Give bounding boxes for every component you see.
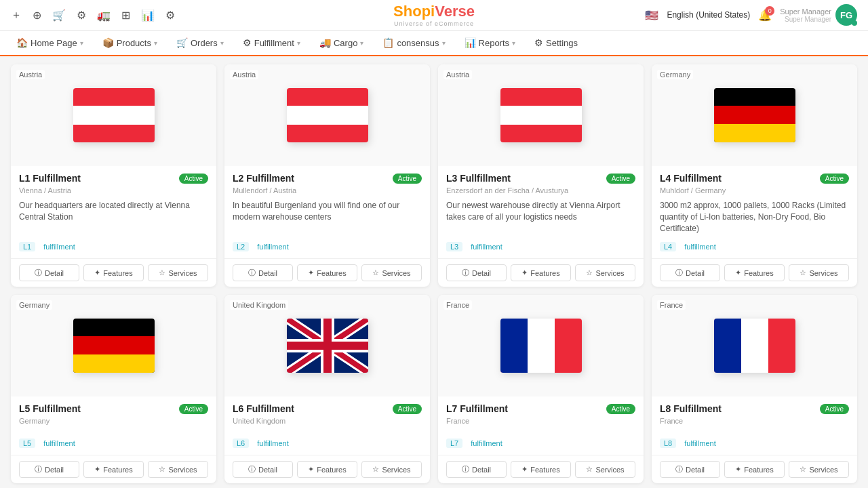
services-button[interactable]: ☆ Services: [789, 264, 849, 281]
card-flag-area: Austria: [224, 64, 430, 166]
add-icon[interactable]: ＋: [11, 8, 22, 22]
detail-button[interactable]: ⓘ Detail: [446, 461, 507, 478]
cart-icon[interactable]: 🛒: [52, 9, 66, 22]
tag-level[interactable]: L3: [446, 242, 462, 251]
nav-settings-label: Settings: [546, 38, 578, 48]
detail-icon: ⓘ: [248, 268, 256, 278]
features-button[interactable]: ✦ Features: [83, 461, 144, 478]
user-role: Super Manager: [785, 16, 831, 23]
nav-home-label: Home Page: [31, 38, 77, 48]
tag-level[interactable]: L7: [446, 439, 462, 448]
features-button[interactable]: ✦ Features: [724, 264, 785, 281]
star-icon: ☆: [159, 268, 165, 277]
card-title: L1 Fulfillment: [19, 173, 81, 184]
detail-button[interactable]: ⓘ Detail: [233, 264, 293, 281]
detail-icon: ⓘ: [35, 268, 42, 278]
services-button[interactable]: ☆ Services: [148, 461, 208, 478]
svg-rect-8: [714, 124, 795, 142]
card-title: L2 Fulfillment: [233, 173, 294, 184]
card-tags: L8 fulfillment: [660, 439, 849, 448]
nav-consensus[interactable]: 📋 consensus ▾: [374, 30, 453, 55]
card-description: Our newest warehouse directly at Vienna …: [446, 200, 635, 234]
card-flag-area: Germany: [652, 64, 857, 166]
detail-button[interactable]: ⓘ Detail: [660, 461, 720, 478]
tag-level[interactable]: L8: [660, 439, 676, 448]
card-title: L8 Fulfillment: [660, 403, 722, 414]
tag-category[interactable]: fulfillment: [680, 439, 719, 448]
detail-button[interactable]: ⓘ Detail: [233, 461, 293, 478]
card-actions: ⓘ Detail ✦ Features ☆ Services: [11, 455, 216, 483]
grid-icon[interactable]: ⊞: [121, 9, 130, 22]
star-icon: ☆: [372, 465, 379, 474]
services-button[interactable]: ☆ Services: [148, 264, 208, 281]
tag-category[interactable]: fulfillment: [39, 242, 79, 251]
card-title: L6 Fulfillment: [233, 403, 294, 414]
chevron-down-icon: ▾: [80, 39, 83, 47]
tag-level[interactable]: L5: [19, 439, 35, 448]
features-button[interactable]: ✦ Features: [511, 461, 571, 478]
services-button[interactable]: ☆ Services: [361, 264, 422, 281]
tag-category[interactable]: fulfillment: [39, 439, 79, 448]
nav-home[interactable]: 🏠 Home Page ▾: [8, 30, 92, 55]
card-location: France: [660, 417, 849, 425]
chevron-down-icon: ▾: [297, 39, 300, 47]
nav-reports[interactable]: 📊 Reports ▾: [456, 30, 524, 55]
chevron-down-icon: ▾: [512, 39, 515, 47]
services-button[interactable]: ☆ Services: [575, 461, 635, 478]
card-l8: France L8 Fulfillment Active France L8 f…: [652, 295, 857, 483]
features-button[interactable]: ✦ Features: [83, 264, 144, 281]
features-button[interactable]: ✦ Features: [297, 264, 357, 281]
card-flag-area: France: [438, 295, 644, 396]
nav-settings[interactable]: ⚙ Settings: [526, 30, 586, 55]
features-icon: ✦: [94, 268, 100, 277]
nav-fulfillment[interactable]: ⚙ Fulfillment ▾: [235, 30, 309, 55]
card-title-row: L8 Fulfillment Active: [660, 403, 849, 414]
features-button[interactable]: ✦ Features: [724, 461, 785, 478]
services-button[interactable]: ☆ Services: [575, 264, 635, 281]
nav-products[interactable]: 📦 Products ▾: [94, 30, 165, 55]
features-button[interactable]: ✦ Features: [297, 461, 357, 478]
settings-icon[interactable]: ⚙: [165, 9, 175, 22]
detail-button[interactable]: ⓘ Detail: [446, 264, 507, 281]
svg-rect-3: [287, 106, 368, 125]
card-tags: L1 fulfillment: [19, 242, 208, 251]
truck-icon[interactable]: 🚛: [97, 9, 111, 22]
services-button[interactable]: ☆ Services: [361, 461, 422, 478]
features-icon: ✦: [521, 465, 528, 474]
svg-rect-7: [714, 106, 795, 124]
detail-button[interactable]: ⓘ Detail: [660, 264, 720, 281]
card-body: L6 Fulfillment Active United Kingdom L6 …: [224, 396, 430, 455]
card-title-row: L4 Fulfillment Active: [660, 173, 849, 184]
detail-button[interactable]: ⓘ Detail: [19, 264, 79, 281]
country-label: France: [657, 300, 686, 310]
card-location: Vienna / Austria: [19, 186, 208, 195]
features-button[interactable]: ✦ Features: [511, 264, 571, 281]
chevron-down-icon: ▾: [220, 39, 224, 47]
notification-button[interactable]: 🔔 0: [758, 9, 772, 22]
card-location: Germany: [19, 417, 208, 425]
tag-level[interactable]: L4: [660, 242, 676, 251]
circle-icon[interactable]: ⊕: [33, 9, 41, 22]
tag-category[interactable]: fulfillment: [253, 439, 292, 448]
products-icon: 📦: [102, 37, 114, 48]
reports-icon: 📊: [465, 37, 476, 48]
nav-orders[interactable]: 🛒 Orders ▾: [168, 30, 232, 55]
card-actions: ⓘ Detail ✦ Features ☆ Services: [224, 258, 430, 287]
detail-button[interactable]: ⓘ Detail: [19, 461, 79, 478]
tag-level[interactable]: L6: [233, 439, 249, 448]
tag-category[interactable]: fulfillment: [253, 242, 292, 251]
services-button[interactable]: ☆ Services: [789, 461, 849, 478]
tag-level[interactable]: L2: [233, 242, 249, 251]
nav-products-label: Products: [117, 38, 151, 48]
tag-category[interactable]: fulfillment: [467, 242, 506, 251]
svg-rect-23: [500, 319, 528, 373]
tag-level[interactable]: L1: [19, 242, 35, 251]
chart-icon[interactable]: 📊: [141, 9, 155, 22]
tag-category[interactable]: fulfillment: [467, 439, 506, 448]
language-label[interactable]: English (United States): [667, 10, 750, 20]
svg-rect-11: [73, 354, 155, 373]
status-badge: Active: [179, 404, 208, 414]
tag-category[interactable]: fulfillment: [680, 242, 719, 251]
gear-icon[interactable]: ⚙: [77, 9, 86, 22]
nav-cargo[interactable]: 🚚 Cargo ▾: [311, 30, 372, 55]
